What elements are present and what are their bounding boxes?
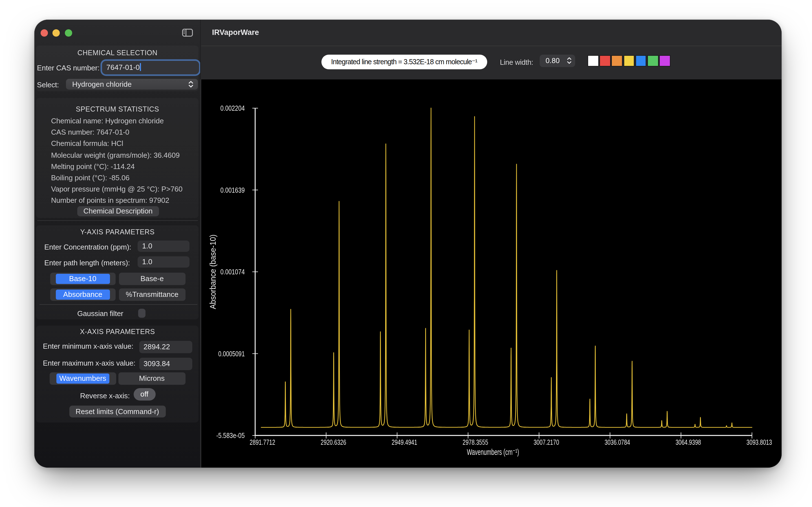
svg-text:3007.2170: 3007.2170 [534,438,559,446]
svg-text:0.001074: 0.001074 [220,268,245,276]
svg-text:3036.0784: 3036.0784 [605,438,630,446]
svg-text:3093.8013: 3093.8013 [747,438,772,446]
svg-text:2949.4941: 2949.4941 [392,438,417,446]
svg-text:0.001639: 0.001639 [220,186,245,194]
svg-text:Absorbance (base-10): Absorbance (base-10) [208,234,217,309]
svg-text:3064.9398: 3064.9398 [675,438,701,446]
svg-text:Wavenumbers (cm⁻¹): Wavenumbers (cm⁻¹) [467,447,519,456]
svg-text:2978.3555: 2978.3555 [463,438,488,446]
svg-text:0.002204: 0.002204 [220,104,245,112]
svg-text:-5.583e-05: -5.583e-05 [216,431,245,439]
svg-text:2920.6326: 2920.6326 [320,438,346,446]
svg-text:2891.7712: 2891.7712 [250,438,275,446]
svg-text:0.0005091: 0.0005091 [218,349,245,357]
